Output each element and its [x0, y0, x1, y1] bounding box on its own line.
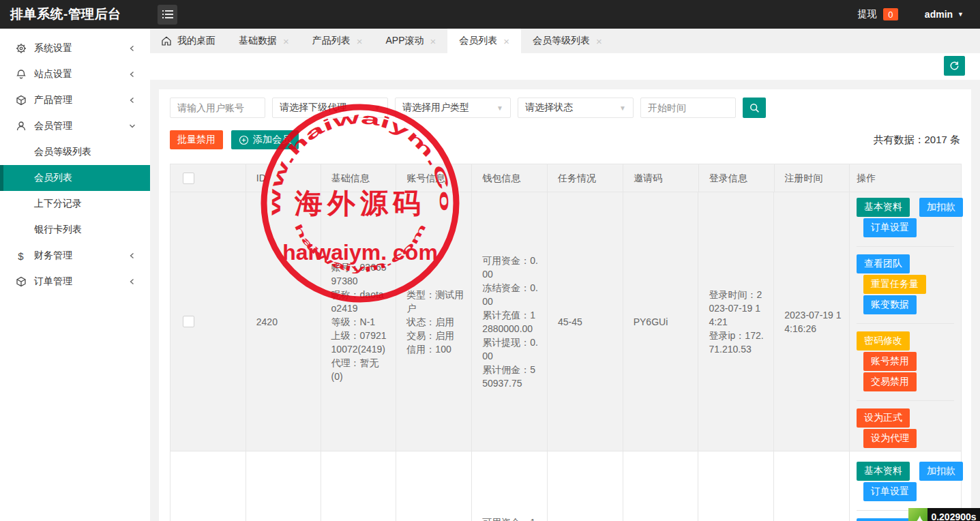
set-agent-button[interactable]: 设为代理	[863, 429, 917, 448]
sidebar-item-order-management[interactable]: 订单管理	[0, 269, 150, 295]
wallet-total-commission: 累计佣金：550937.75	[482, 363, 540, 390]
chevron-left-icon	[128, 70, 136, 78]
account-search-input[interactable]	[170, 98, 265, 118]
sidebar-item-product-management[interactable]: 产品管理	[0, 87, 150, 113]
disable-trade-button[interactable]: 交易禁用	[863, 372, 917, 391]
agent-select[interactable]: 请选择下级代理 ▼	[272, 98, 388, 118]
list-icon	[162, 10, 173, 19]
username: admin	[925, 9, 953, 20]
sidebar-item-site-settings[interactable]: 站点设置	[0, 61, 150, 87]
withdraw-link[interactable]: 提现	[858, 8, 877, 20]
tab-my-desktop[interactable]: 我的桌面	[150, 29, 227, 53]
account-trade: 交易：启用	[406, 329, 464, 342]
app-title: 排单系统-管理后台	[0, 5, 150, 23]
sidebar-item-label: 会员等级列表	[34, 146, 91, 158]
add-member-button[interactable]: 添加会员	[231, 130, 299, 149]
account-changes-button[interactable]: 账变数据	[863, 295, 917, 314]
gear-icon	[15, 43, 27, 55]
home-icon	[162, 36, 171, 46]
wallet-frozen: 冻结资金：0.00	[482, 281, 540, 308]
chevron-down-icon: ▼	[957, 11, 964, 18]
start-time-input[interactable]	[640, 98, 736, 118]
chevron-left-icon	[128, 252, 136, 260]
tab-bar: 我的桌面 基础数据 × 产品列表 × APP滚动 × 会员列表 × 会员等级列表…	[150, 29, 980, 53]
tab-label: 会员列表	[459, 35, 497, 47]
basic-profile-button[interactable]: 基本资料	[857, 198, 910, 217]
row-checkbox[interactable]	[183, 316, 194, 327]
chevron-down-icon: ▼	[496, 104, 503, 112]
account-status: 状态：启用	[406, 315, 464, 329]
chevron-left-icon	[128, 278, 136, 286]
status-select-value: 请选择状态	[525, 102, 573, 114]
cell-wallet-info: 可用资金：0.00 冻结资金：0.00 累计充值：12880000.00 累计提…	[472, 192, 548, 451]
sidebar-item-bankcard-list[interactable]: 银行卡列表	[0, 217, 150, 243]
sidebar-item-label: 会员管理	[34, 120, 72, 132]
login-time: 登录时间：2023-07-19 14:21	[709, 288, 767, 329]
agent-select-value: 请选择下级代理	[280, 102, 346, 114]
sidebar-item-member-level-list[interactable]: 会员等级列表	[0, 139, 150, 165]
view-team-button[interactable]: 查看团队	[857, 254, 910, 273]
close-icon[interactable]: ×	[596, 35, 602, 47]
order-settings-button[interactable]: 订单设置	[863, 218, 917, 237]
member-table: ID 基础信息 账号信息 钱包信息 任务情况 邀请码 登录信息 注册时间 操作 …	[170, 164, 962, 521]
basic-agent: 代理：暂无(0)	[331, 356, 389, 383]
chevron-left-icon	[128, 44, 136, 53]
cell-login-info: 登录时间：2023-07-19 14:21 登录ip：172.71.210.53	[698, 192, 774, 451]
table-header-row: ID 基础信息 账号信息 钱包信息 任务情况 邀请码 登录信息 注册时间 操作	[170, 164, 961, 192]
search-icon	[749, 103, 760, 113]
collapse-menu-button[interactable]	[158, 5, 177, 25]
account-type: 类型：测试用户	[406, 288, 464, 315]
basic-nickname: 昵称：daotao2419	[331, 288, 389, 315]
chevron-down-icon: ▼	[374, 104, 381, 112]
cell-basic-info: 账号：0366597380 昵称：daotao2419 等级：N-1 上级：07…	[321, 192, 397, 451]
sidebar-item-label: 系统设置	[34, 42, 72, 55]
set-formal-button[interactable]: 设为正式	[857, 408, 910, 428]
user-menu[interactable]: admin ▼	[925, 9, 964, 20]
account-credit: 信用：100	[406, 342, 464, 356]
sidebar-item-label: 会员列表	[34, 172, 72, 184]
withdraw-count-badge[interactable]: 0	[883, 8, 898, 20]
search-button[interactable]	[743, 98, 766, 118]
add-deduct-button[interactable]: 加扣款	[919, 198, 963, 217]
wallet-total-withdraw: 累计提现：0.00	[482, 336, 540, 363]
reset-tasks-button[interactable]: 重置任务量	[863, 275, 926, 294]
tab-basic-data[interactable]: 基础数据 ×	[227, 29, 301, 53]
close-icon[interactable]: ×	[503, 35, 509, 47]
tab-label: APP滚动	[386, 35, 424, 47]
header-wallet-info: 钱包信息	[472, 164, 548, 192]
debug-trace-toggle[interactable]	[908, 508, 927, 521]
batch-disable-button[interactable]: 批量禁用	[170, 130, 223, 149]
select-all-checkbox[interactable]	[183, 173, 194, 184]
tab-member-list[interactable]: 会员列表 ×	[447, 29, 521, 53]
sidebar-item-label: 站点设置	[34, 68, 72, 80]
change-password-button[interactable]: 密码修改	[857, 331, 910, 351]
sidebar-item-label: 上下分记录	[34, 198, 82, 210]
refresh-button[interactable]	[944, 56, 965, 76]
header-account-info: 账号信息	[396, 164, 472, 192]
header-invite-code: 邀请码	[623, 164, 699, 192]
header-actions: 操作	[850, 164, 961, 192]
close-icon[interactable]: ×	[430, 35, 436, 47]
header-login-info: 登录信息	[699, 164, 775, 192]
header-basic-info: 基础信息	[321, 164, 397, 192]
filter-row: 请选择下级代理 ▼ 请选择用户类型 ▼ 请选择状态 ▼	[170, 98, 960, 118]
sidebar-item-member-management[interactable]: 会员管理	[0, 113, 150, 139]
sidebar-item-system-settings[interactable]: 系统设置	[0, 35, 150, 61]
view-team-button[interactable]: 查看团队	[857, 518, 910, 521]
tab-app-scroll[interactable]: APP滚动 ×	[374, 29, 448, 53]
status-select[interactable]: 请选择状态 ▼	[518, 98, 634, 118]
close-icon[interactable]: ×	[283, 35, 289, 47]
sidebar-item-finance-management[interactable]: $ 财务管理	[0, 243, 150, 269]
close-icon[interactable]: ×	[357, 35, 363, 47]
sidebar-item-member-list[interactable]: 会员列表	[0, 165, 150, 191]
user-type-select[interactable]: 请选择用户类型 ▼	[395, 98, 511, 118]
disable-account-button[interactable]: 账号禁用	[863, 352, 917, 371]
order-settings-button[interactable]: 订单设置	[863, 482, 917, 501]
tab-product-list[interactable]: 产品列表 ×	[301, 29, 374, 53]
tab-label: 我的桌面	[177, 35, 216, 47]
tab-member-level-list[interactable]: 会员等级列表 ×	[521, 29, 614, 53]
add-deduct-button[interactable]: 加扣款	[919, 462, 963, 481]
sidebar-item-updown-records[interactable]: 上下分记录	[0, 191, 150, 217]
basic-profile-button[interactable]: 基本资料	[857, 462, 910, 481]
debug-time-badge: 0.202900s	[927, 508, 980, 521]
